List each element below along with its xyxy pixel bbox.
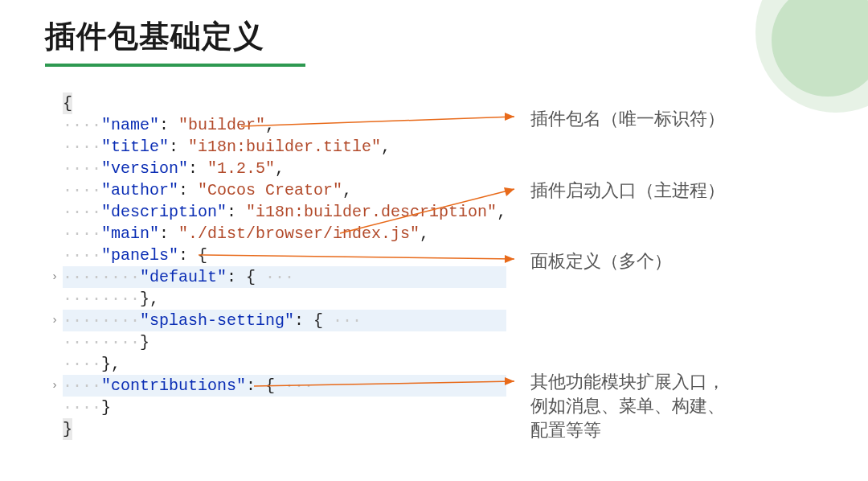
code-line: ····"title": "i18n:builder.title", — [63, 136, 506, 158]
code-line: ····"panels": { — [63, 245, 506, 266]
page-title: 插件包基础定义 — [45, 16, 305, 57]
code-line: ····"main": "./dist/browser/index.js", — [63, 223, 506, 245]
code-line-folded: ›····"contributions": { ··· — [63, 375, 506, 397]
annotation-contributions: 其他功能模块扩展入口， 例如消息、菜单、构建、 配置等等 — [530, 370, 725, 442]
fold-marker-icon: › — [48, 266, 61, 288]
code-line: ····} — [63, 397, 506, 418]
annotation-package-name: 插件包名（唯一标识符） — [530, 107, 725, 131]
code-line: ········} — [63, 331, 506, 353]
annotation-main-entry: 插件启动入口（主进程） — [530, 179, 725, 203]
code-line: ····"version": "1.2.5", — [63, 158, 506, 179]
code-line: ········}, — [63, 288, 506, 310]
code-line-folded: ›········"default": { ··· — [63, 266, 506, 288]
code-line: ····"description": "i18n:builder.descrip… — [63, 201, 506, 223]
title-underline — [45, 64, 305, 67]
code-line: { — [63, 92, 506, 114]
corner-decoration — [755, 0, 868, 113]
code-line: ····"name": "builder", — [63, 114, 506, 136]
title-block: 插件包基础定义 — [45, 16, 305, 67]
fold-marker-icon: › — [48, 310, 61, 331]
code-block: { ····"name": "builder", ····"title": "i… — [63, 92, 506, 440]
annotation-panels: 面板定义（多个） — [530, 249, 672, 273]
fold-marker-icon: › — [48, 375, 61, 397]
code-line: ····"author": "Cocos Creator", — [63, 179, 506, 201]
code-line: ····}, — [63, 353, 506, 375]
code-line: } — [63, 418, 506, 440]
code-line-folded: ›········"splash-setting": { ··· — [63, 310, 506, 331]
